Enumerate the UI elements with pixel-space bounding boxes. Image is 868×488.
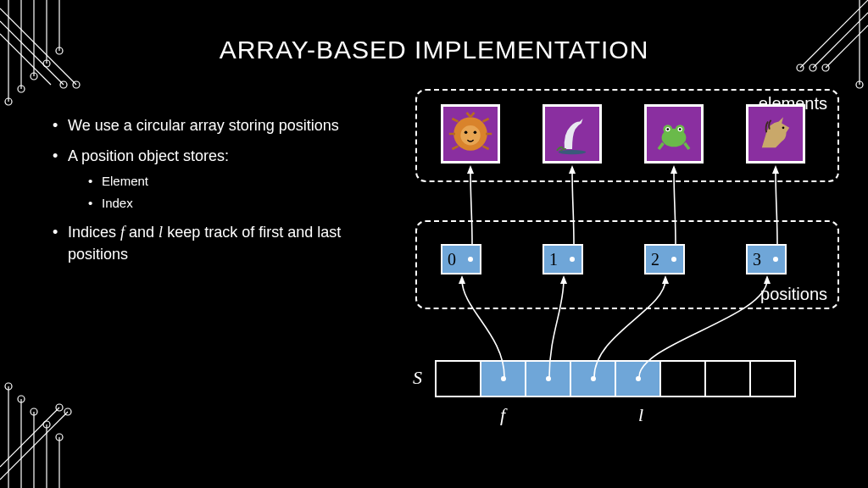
position-cell-0: 0 — [441, 244, 481, 274]
s-array-label: S — [413, 367, 422, 389]
s-cell-2 — [525, 360, 571, 397]
element-tile-horse — [746, 104, 805, 164]
bullet-2b: Index — [102, 194, 398, 213]
svg-point-21 — [474, 130, 477, 134]
slide-body-text: We use a circular array storing position… — [68, 114, 398, 274]
position-cell-3: 3 — [746, 244, 787, 274]
svg-point-30 — [782, 126, 785, 129]
positions-label: positions — [760, 285, 827, 304]
bullet-1: We use a circular array storing position… — [68, 114, 398, 136]
svg-point-19 — [460, 125, 480, 145]
position-cell-2: 2 — [644, 244, 685, 274]
diagram-area: elements positions 0 1 2 3 S f l — [403, 89, 852, 470]
s-cell-4 — [615, 360, 661, 397]
svg-point-29 — [679, 128, 682, 130]
element-tile-frog — [644, 104, 704, 164]
element-tile-lion — [441, 104, 500, 164]
position-cell-1: 1 — [542, 244, 583, 274]
bullet-3: Indices f and l keep track of first and … — [68, 221, 398, 265]
circuit-decoration-bottom-left — [0, 319, 153, 488]
element-tile-heron — [542, 104, 602, 164]
svg-point-20 — [465, 130, 468, 134]
svg-point-28 — [666, 128, 669, 130]
s-cell-7 — [749, 360, 796, 397]
svg-point-22 — [559, 150, 586, 154]
l-pointer-label: l — [638, 404, 643, 426]
s-cell-1 — [480, 360, 526, 397]
s-cell-3 — [570, 360, 616, 397]
s-cell-5 — [659, 360, 706, 397]
s-array — [437, 360, 796, 397]
slide-title: ARRAY-BASED IMPLEMENTATION — [0, 36, 868, 64]
s-cell-0 — [435, 360, 481, 397]
s-cell-6 — [704, 360, 751, 397]
bullet-2a: Element — [102, 172, 398, 191]
f-pointer-label: f — [500, 404, 505, 426]
bullet-2: A position object stores: Element Index — [68, 145, 398, 213]
